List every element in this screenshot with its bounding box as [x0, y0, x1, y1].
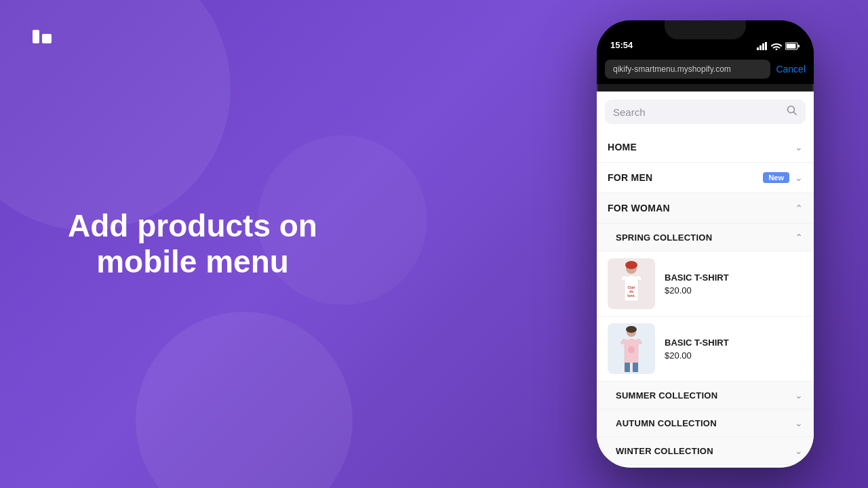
left-content: Add products on mobile menu: [68, 208, 317, 280]
svg-point-19: [626, 326, 637, 333]
search-placeholder: Search: [613, 106, 781, 118]
summer-chevron-icon: ⌄: [795, 390, 803, 401]
headline-line1: Add products on: [68, 208, 317, 243]
svg-rect-0: [33, 30, 39, 43]
svg-rect-22: [633, 363, 638, 372]
menu-item-for-men-label: FOR MEN: [608, 172, 763, 183]
submenu-winter-label: WINTER COLLECTION: [616, 446, 795, 456]
submenu-item-spring[interactable]: SPRING COLLECTION ⌄: [597, 224, 814, 251]
phone-wrapper: 15:54: [597, 20, 814, 468]
submenu-item-autumn[interactable]: AUTUMN COLLECTION ⌄: [597, 409, 814, 437]
menu-item-for-woman[interactable]: FOR WOMAN ⌄: [597, 193, 814, 224]
new-badge: New: [763, 172, 789, 183]
submenu-item-summer[interactable]: SUMMER COLLECTION ⌄: [597, 382, 814, 409]
autumn-chevron-icon: ⌄: [795, 418, 803, 428]
product-price-2: $20.00: [665, 350, 803, 361]
svg-rect-7: [787, 44, 796, 49]
svg-rect-21: [625, 363, 630, 372]
winter-chevron-icon: ⌄: [795, 445, 803, 456]
url-bar[interactable]: qikify-smartmenu.myshopify.com: [605, 60, 770, 79]
svg-point-13: [625, 261, 637, 269]
submenu-summer-label: SUMMER COLLECTION: [616, 390, 795, 401]
menu-list: HOME ⌄ FOR MEN New ⌄ FOR WOMAN ⌄ SPRING …: [597, 132, 814, 468]
search-bar[interactable]: Search: [605, 100, 806, 124]
svg-rect-8: [798, 45, 800, 47]
svg-rect-1: [42, 34, 52, 43]
product-image-2: [608, 323, 655, 374]
product-tshirt-svg-1: Clair de lune.: [611, 260, 652, 308]
phone-screen: Search HOME ⌄ FOR MEN New: [597, 92, 814, 468]
product-tshirt-svg-2: [611, 325, 652, 373]
logo-icon: [27, 22, 57, 52]
menu-item-home-label: HOME: [608, 142, 795, 152]
search-icon: [787, 105, 797, 119]
phone-frame: 15:54: [597, 20, 814, 468]
svg-text:lune.: lune.: [627, 293, 635, 298]
svg-line-10: [794, 113, 797, 115]
svg-rect-3: [760, 45, 762, 50]
submenu-autumn-label: AUTUMN COLLECTION: [616, 418, 795, 428]
product-name-2: BASIC T-SHIRT: [665, 338, 803, 348]
bg-decoration-2: [136, 312, 353, 488]
svg-rect-2: [757, 47, 759, 50]
spring-chevron-icon: ⌄: [795, 232, 803, 243]
phone-notch: [665, 20, 746, 39]
for-men-chevron-icon: ⌄: [795, 172, 803, 183]
browser-bar: qikify-smartmenu.myshopify.com Cancel: [597, 54, 814, 84]
url-text: qikify-smartmenu.myshopify.com: [613, 64, 731, 74]
headline-line2: mobile menu: [96, 244, 289, 279]
headline: Add products on mobile menu: [68, 208, 317, 280]
battery-icon: [785, 42, 800, 50]
status-time: 15:54: [610, 40, 633, 50]
svg-rect-5: [765, 42, 767, 50]
svg-rect-4: [762, 43, 764, 50]
for-woman-chevron-icon: ⌄: [795, 203, 803, 214]
submenu-item-winter[interactable]: WINTER COLLECTION ⌄: [597, 437, 814, 465]
logo-svg: [30, 24, 54, 49]
svg-point-20: [628, 346, 635, 353]
product-name-1: BASIC T-SHIRT: [665, 272, 803, 283]
product-info-1: BASIC T-SHIRT $20.00: [665, 272, 803, 296]
product-image-1: Clair de lune.: [608, 258, 655, 309]
submenu-spring-label: SPRING COLLECTION: [616, 232, 795, 243]
menu-item-for-men[interactable]: FOR MEN New ⌄: [597, 163, 814, 193]
status-icons: [757, 42, 800, 50]
product-price-1: $20.00: [665, 285, 803, 296]
home-chevron-icon: ⌄: [795, 142, 803, 152]
wifi-icon: [771, 42, 782, 50]
cancel-button[interactable]: Cancel: [776, 64, 806, 75]
menu-item-for-woman-label: FOR WOMAN: [608, 203, 795, 214]
signal-icon: [757, 42, 768, 50]
product-item-1[interactable]: Clair de lune. BASIC T-SHIRT $20.00: [597, 251, 814, 317]
menu-item-home[interactable]: HOME ⌄: [597, 132, 814, 163]
product-item-2[interactable]: BASIC T-SHIRT $20.00: [597, 317, 814, 382]
product-info-2: BASIC T-SHIRT $20.00: [665, 338, 803, 361]
logo: [27, 22, 57, 52]
